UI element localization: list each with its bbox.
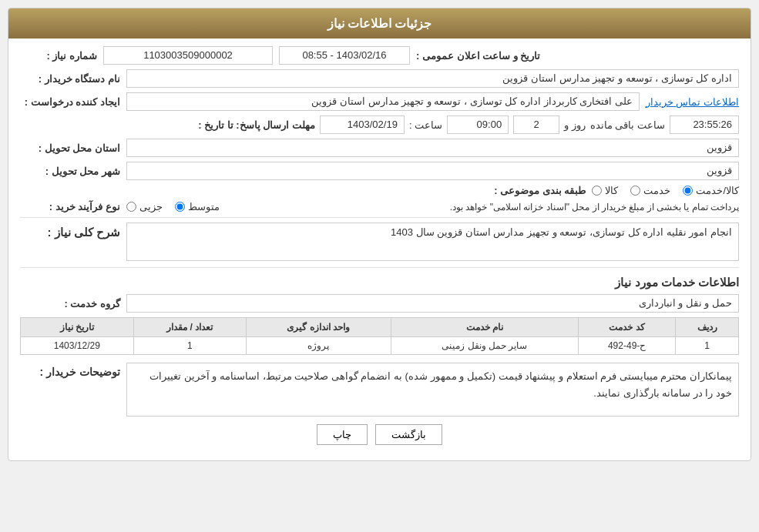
service-table: ردیف کد خدمت نام خدمت واحد اندازه گیری ت…: [20, 317, 739, 355]
col-nam: نام خدمت: [391, 318, 578, 337]
noufr-label: نوع فرآیند خرید :: [20, 201, 120, 212]
sharh-value: انجام امور نقلیه اداره کل توسازی، توسعه …: [391, 226, 732, 238]
cell-vahed: پروژه: [247, 337, 391, 355]
tarikh-value: 1403/02/16 - 08:55: [302, 49, 386, 61]
cell-tarikh: 1403/12/29: [21, 337, 134, 355]
shomara-value-box: 1103003509000002: [103, 46, 273, 65]
tabaqe-kala-khedmat-item: کالا/خدمت: [683, 185, 739, 196]
mohlat-row: 23:55:26 ساعت باقی مانده روز و 2 09:00 س…: [20, 115, 739, 134]
col-tarikh: تاریخ نیاز: [21, 318, 134, 337]
shomara-tarikh-row: تاریخ و ساعت اعلان عمومی : 1403/02/16 - …: [20, 46, 739, 65]
khadamat-section-title: اطلاعات خدمات مورد نیاز: [20, 276, 739, 289]
tabaqe-khedmat-radio[interactable]: [630, 186, 640, 196]
cell-tedad: 1: [133, 337, 246, 355]
col-vahed: واحد اندازه گیری: [247, 318, 391, 337]
tosiyat-row: پیمانکاران محترم میبایستی فرم استعلام و …: [20, 363, 739, 417]
shahr-box: قزوین: [126, 162, 739, 180]
mohlat-remaining-box: 23:55:26: [670, 115, 739, 134]
sharh-label: شرح کلی نیاز :: [20, 223, 120, 239]
sharh-row: انجام امور نقلیه اداره کل توسازی، توسعه …: [20, 223, 739, 261]
tabaqe-kala-label: کالا: [605, 185, 618, 196]
main-panel: جزئیات اطلاعات نیاز تاریخ و ساعت اعلان ع…: [8, 8, 751, 461]
mohlat-date-box: 1403/02/19: [320, 115, 405, 134]
cell-kod: ح-49-492: [579, 337, 676, 355]
noufr-description: پرداخت تمام یا بخشی از مبلغ خریدار از مح…: [233, 202, 739, 212]
tabaqe-khedmat-item: خدمت: [630, 185, 670, 196]
shahr-label: شهر محل تحویل :: [20, 166, 120, 177]
tabaqe-kala-radio[interactable]: [592, 186, 602, 196]
noufr-motavaset-label: متوسط: [188, 201, 220, 212]
noufr-motavaset-radio[interactable]: [175, 202, 185, 212]
mohlat-saat-value: 09:00: [477, 119, 502, 130]
ijad-konande-row: اطلاعات تماس خریدار علی افتخاری کاربرداز…: [20, 92, 739, 111]
col-radif: ردیف: [676, 318, 739, 337]
nam-dastgah-box: اداره کل توسازی ، توسعه و تجهیز مدارس اس…: [126, 69, 739, 88]
tabaqe-kala-item: کالا: [592, 185, 618, 196]
panel-title: جزئیات اطلاعات نیاز: [327, 17, 432, 30]
mohlat-remaining-value: 23:55:26: [693, 119, 732, 130]
noufr-motavaset-item: متوسط: [175, 201, 220, 212]
tosiyat-label: توضیحات خریدار :: [20, 363, 120, 378]
ijad-konande-label: ایجاد کننده درخواست :: [20, 96, 120, 108]
nam-dastgah-value: اداره کل توسازی ، توسعه و تجهیز مدارس اس…: [502, 72, 732, 84]
nam-dastgah-label: نام دستگاه خریدار :: [20, 73, 120, 85]
tabaqe-radio-group: کالا/خدمت خدمت کالا: [592, 185, 739, 196]
cell-radif: 1: [676, 337, 739, 355]
mohlat-rooz-value: 2: [534, 119, 539, 130]
print-button[interactable]: چاپ: [317, 424, 368, 445]
nam-dastgah-row: اداره کل توسازی ، توسعه و تجهیز مدارس اس…: [20, 69, 739, 88]
tosiyat-value: پیمانکاران محترم میبایستی فرم استعلام و …: [149, 370, 732, 399]
back-button[interactable]: بازگشت: [375, 424, 442, 445]
ostan-box: قزوین: [126, 139, 739, 157]
grouh-value-box: حمل و نقل و انبارداری: [126, 294, 739, 313]
noufr-jazii-label: جزیی: [139, 201, 163, 212]
mohlat-saat-label: ساعت :: [409, 119, 442, 131]
ijad-konande-link[interactable]: اطلاعات تماس خریدار: [646, 96, 739, 108]
page-container: جزئیات اطلاعات نیاز تاریخ و ساعت اعلان ع…: [0, 0, 759, 532]
shahr-value: قزوین: [707, 165, 732, 176]
col-tedad: تعداد / مقدار: [133, 318, 246, 337]
grouh-value: حمل و نقل و انبارداری: [639, 297, 732, 309]
panel-header: جزئیات اطلاعات نیاز: [8, 8, 751, 38]
ostan-value: قزوین: [707, 142, 732, 153]
tabaqe-kala-khedmat-radio[interactable]: [683, 186, 693, 196]
tosiyat-box: پیمانکاران محترم میبایستی فرم استعلام و …: [126, 363, 739, 417]
shomara-value: 1103003509000002: [143, 49, 233, 61]
tabaqe-label: طبقه بندی موضوعی :: [485, 185, 586, 196]
grouh-row: حمل و نقل و انبارداری گروه خدمت :: [20, 294, 739, 313]
shahr-row: قزوین شهر محل تحویل :: [20, 162, 739, 180]
mohlat-rooz-box: 2: [513, 115, 559, 134]
ostan-label: استان محل تحویل :: [20, 142, 120, 154]
tabaqe-khedmat-label: خدمت: [643, 185, 670, 196]
grouh-label: گروه خدمت :: [20, 298, 120, 309]
panel-body: تاریخ و ساعت اعلان عمومی : 1403/02/16 - …: [8, 38, 751, 460]
mohlat-time-box: 09:00: [447, 115, 509, 134]
noufr-row: پرداخت تمام یا بخشی از مبلغ خریدار از مح…: [20, 201, 739, 212]
shomara-label: شماره نیاز :: [20, 50, 97, 62]
col-kod: کد خدمت: [579, 318, 676, 337]
tarikh-value-box: 1403/02/16 - 08:55: [279, 46, 410, 65]
tabaqe-kala-khedmat-label: کالا/خدمت: [696, 185, 739, 196]
mohlat-label: مهلت ارسال پاسخ: تا تاریخ :: [198, 119, 315, 131]
mohlat-date-value: 1403/02/19: [348, 119, 398, 130]
mohlat-remaining-label: ساعت باقی مانده: [590, 119, 665, 131]
table-row: 1 ح-49-492 سایر حمل ونقل زمینی پروژه 1 1…: [21, 337, 739, 355]
sharh-box: انجام امور نقلیه اداره کل توسازی، توسعه …: [126, 223, 739, 261]
ijad-konande-value: علی افتخاری کاربرداز اداره کل توسازی ، ت…: [311, 95, 632, 107]
mohlat-rooz-label: روز و: [564, 119, 586, 131]
ostan-row: قزوین استان محل تحویل :: [20, 139, 739, 157]
noufr-radio-group: متوسط جزیی: [126, 201, 220, 212]
cell-nam: سایر حمل ونقل زمینی: [391, 337, 578, 355]
tabaqe-row: کالا/خدمت خدمت کالا طبقه بندی موضوعی :: [20, 185, 739, 196]
button-row: بازگشت چاپ: [20, 424, 739, 453]
noufr-jazii-radio[interactable]: [126, 202, 136, 212]
tarikh-label: تاریخ و ساعت اعلان عمومی :: [416, 50, 540, 62]
noufr-jazii-item: جزیی: [126, 201, 163, 212]
ijad-konande-box: علی افتخاری کاربرداز اداره کل توسازی ، ت…: [126, 92, 640, 111]
